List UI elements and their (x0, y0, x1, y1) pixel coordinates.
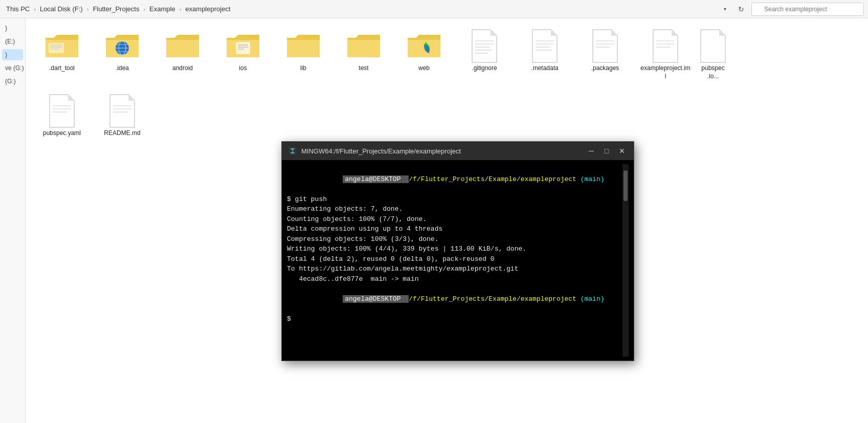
terminal-path-1: /f/Flutter_Projects/Example/exampleproje… (409, 175, 576, 183)
file-item-ios[interactable]: ios (215, 27, 271, 83)
refresh-button[interactable]: ↻ (734, 2, 748, 16)
terminal-close-button[interactable]: ✕ (616, 145, 628, 157)
folder-icon-dart-tool (43, 30, 80, 62)
file-item-iml[interactable]: exampleproject.iml (637, 27, 694, 83)
folder-icon-test (345, 30, 382, 62)
terminal-prompt-user: angela@DESKTOP (343, 175, 403, 183)
file-item-android[interactable]: android (154, 27, 211, 83)
doc-icon-gitignore (466, 30, 503, 62)
file-label: lib (300, 64, 306, 73)
doc-icon-metadata (526, 30, 563, 62)
file-explorer: This PC › Local Disk (F:) › Flutter_Proj… (0, 0, 868, 423)
file-label: test (359, 64, 368, 73)
doc-icon-pubspec-lock (698, 30, 728, 62)
file-label: ios (239, 64, 247, 73)
terminal-line-8: 4ecad8c..dfe877e main -> main (287, 274, 622, 284)
breadcrumb-flutter-projects[interactable]: Flutter_Projects (91, 4, 141, 14)
folder-icon-idea (104, 30, 141, 62)
file-item-packages[interactable]: .packages (577, 27, 633, 83)
main-area: ) (E:) ) ve (G:) (G:) (0, 18, 868, 423)
terminal-line-7: To https://gitlab.com/angela.meetmighty/… (287, 264, 622, 274)
terminal-line-4: Compressing objects: 100% (3/3), done. (287, 234, 622, 244)
terminal-line-3: Delta compression using up to 4 threads (287, 224, 622, 234)
terminal-branch-2: (main) (581, 295, 605, 303)
terminal-window: MINGW64:/f/Flutter_Projects/Example/exam… (281, 141, 634, 361)
breadcrumb-dropdown[interactable]: ▾ (719, 3, 731, 15)
terminal-line-2: Counting objects: 100% (7/7), done. (287, 214, 622, 225)
file-label: .metadata (531, 64, 558, 73)
doc-icon-packages (587, 30, 624, 62)
folder-icon-android (164, 30, 201, 62)
terminal-scrollbar-thumb[interactable] (624, 170, 628, 201)
terminal-path-2: /f/Flutter_Projects/Example/exampleproje… (409, 295, 576, 303)
folder-icon-lib (285, 30, 322, 62)
folder-icon-ios (225, 30, 261, 62)
breadcrumb: This PC › Local Disk (F:) › Flutter_Proj… (4, 4, 716, 14)
sidebar: ) (E:) ) ve (G:) (G:) (0, 18, 26, 423)
file-label: .gitignore (472, 64, 497, 73)
file-item-metadata[interactable]: .metadata (517, 27, 573, 83)
sidebar-item-1[interactable]: (E:) (2, 36, 23, 47)
file-item-readme[interactable]: README.md (94, 92, 150, 141)
breadcrumb-exampleproject[interactable]: exampleproject (183, 4, 232, 14)
address-bar: This PC › Local Disk (F:) › Flutter_Proj… (0, 0, 868, 18)
sidebar-item-3[interactable]: ve (G:) (2, 62, 23, 74)
terminal-scrollbar[interactable] (622, 164, 629, 357)
terminal-line-dollar: $ (287, 314, 622, 324)
file-label: .packages (591, 64, 619, 73)
doc-icon-pubspec-yaml (43, 95, 80, 127)
breadcrumb-this-pc[interactable]: This PC (4, 4, 32, 14)
terminal-line-6: Total 4 (delta 2), reused 0 (delta 0), p… (287, 254, 622, 264)
sidebar-item-4[interactable]: (G:) (2, 76, 23, 87)
doc-icon-iml (647, 30, 684, 62)
terminal-body: angela@DESKTOP /f/Flutter_Projects/Examp… (282, 160, 634, 361)
terminal-title: MINGW64:/f/Flutter_Projects/Example/exam… (301, 147, 582, 155)
file-label: exampleproject.iml (640, 64, 691, 80)
terminal-maximize-button[interactable]: □ (601, 145, 612, 157)
file-item-pubspec-yaml[interactable]: pubspec.yaml (34, 92, 90, 141)
breadcrumb-example[interactable]: Example (147, 4, 177, 14)
file-item-idea[interactable]: .idea (94, 27, 150, 83)
file-label: web (418, 64, 430, 73)
file-label: README.md (104, 129, 140, 138)
terminal-titlebar: MINGW64:/f/Flutter_Projects/Example/exam… (282, 142, 634, 160)
file-item-gitignore[interactable]: .gitignore (456, 27, 513, 83)
terminal-line-cmd: $ git push (287, 194, 622, 205)
terminal-line-0: angela@DESKTOP /f/Flutter_Projects/Examp… (287, 164, 622, 194)
svg-rect-0 (49, 43, 64, 53)
terminal-prompt-sep2 (403, 295, 409, 303)
sidebar-item-2[interactable]: ) (2, 49, 23, 60)
search-wrapper: 🔍 (751, 3, 864, 16)
file-label: android (172, 64, 193, 73)
file-label: pubspec.yaml (43, 129, 81, 138)
search-input[interactable] (751, 3, 864, 16)
file-label: .dart_tool (49, 64, 75, 73)
file-item-pubspec-lock-partial[interactable]: pubspec.lo... (698, 27, 728, 83)
files-area: .dart_tool .idea (26, 18, 868, 423)
file-item-lib[interactable]: lib (275, 27, 331, 83)
breadcrumb-local-disk[interactable]: Local Disk (F:) (38, 4, 85, 14)
terminal-content: angela@DESKTOP /f/Flutter_Projects/Examp… (287, 164, 622, 357)
svg-rect-9 (236, 42, 250, 54)
terminal-prompt-sep (403, 175, 409, 183)
file-item-test[interactable]: test (336, 27, 392, 83)
file-item-dart-tool[interactable]: .dart_tool (34, 27, 90, 83)
terminal-branch-1: (main) (581, 175, 605, 183)
terminal-minimize-button[interactable]: ─ (586, 145, 597, 157)
doc-icon-readme (104, 95, 141, 127)
file-label: pubspec.lo... (701, 64, 725, 80)
terminal-prompt-user2: angela@DESKTOP (343, 295, 403, 303)
terminal-line-prompt2: angela@DESKTOP /f/Flutter_Projects/Examp… (287, 284, 622, 314)
file-label: .idea (116, 64, 129, 73)
terminal-line-1: Enumerating objects: 7, done. (287, 204, 622, 214)
terminal-line-5: Writing objects: 100% (4/4), 339 bytes |… (287, 244, 622, 254)
file-item-web[interactable]: web (396, 27, 452, 83)
terminal-app-icon (288, 146, 297, 155)
folder-icon-web (406, 30, 442, 62)
sidebar-item-0[interactable]: ) (2, 23, 23, 34)
